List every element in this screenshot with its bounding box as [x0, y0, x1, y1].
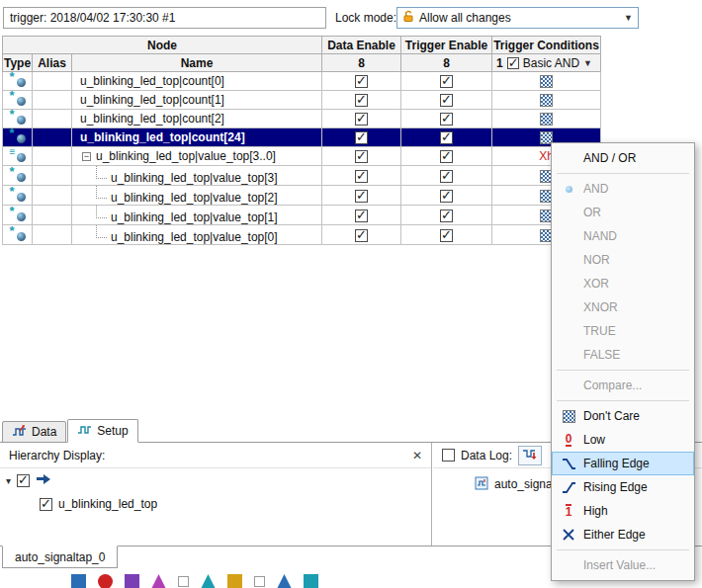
toolbar-icon[interactable] [201, 574, 216, 588]
alias-cell[interactable] [33, 166, 72, 186]
data-enable-cell[interactable] [322, 147, 401, 166]
alias-cell[interactable] [33, 225, 72, 245]
data-enable-checkbox[interactable] [355, 210, 368, 222]
hierarchy-item-checkbox[interactable] [40, 498, 52, 511]
table-row[interactable]: u_blinking_led_top|value_top[2] [3, 186, 601, 206]
toolbar-icon[interactable] [254, 576, 265, 587]
signal-name-cell[interactable]: u_blinking_led_top|value_top[0] [72, 225, 322, 245]
menu-item-rising-edge[interactable]: Rising Edge [552, 475, 694, 499]
menu-item-and[interactable]: AND [552, 177, 694, 201]
trigger-enable-cell[interactable] [401, 128, 492, 147]
menu-item-xnor[interactable]: XNOR [552, 295, 694, 319]
tab-data[interactable]: Data [2, 421, 66, 443]
dropdown-arrow-icon[interactable]: ▼ [583, 58, 592, 68]
tab-auto-signaltap-0[interactable]: auto_signaltap_0 [2, 546, 118, 568]
signal-name-cell[interactable]: u_blinking_led_top|count[1] [72, 91, 322, 110]
data-enable-cell[interactable] [322, 72, 401, 91]
table-row[interactable]: u_blinking_led_top|count[2] [3, 110, 601, 128]
signal-name-cell[interactable]: −u_blinking_led_top|value_top[3..0] [72, 147, 322, 166]
tab-setup[interactable]: Setup [67, 419, 137, 443]
data-enable-cell[interactable] [322, 91, 401, 110]
chevron-down-icon[interactable]: ▾ [6, 475, 11, 486]
signal-name-cell[interactable]: u_blinking_led_top|value_top[3] [72, 166, 322, 186]
toolbar-icon[interactable] [98, 574, 113, 588]
dropdown-arrow-icon[interactable]: ▼ [624, 13, 633, 23]
toolbar-icon[interactable] [227, 574, 242, 588]
signal-name-cell[interactable]: u_blinking_led_top|value_top[1] [72, 206, 322, 225]
data-enable-cell[interactable] [322, 225, 401, 245]
trigger-enable-checkbox[interactable] [440, 131, 453, 144]
trigger-enable-checkbox[interactable] [440, 113, 453, 126]
signal-name-cell[interactable]: u_blinking_led_top|count[0] [72, 72, 322, 91]
trigger-enable-checkbox[interactable] [440, 170, 453, 183]
alias-cell[interactable] [33, 91, 72, 110]
trigger-enable-checkbox[interactable] [440, 94, 453, 107]
trigger-enable-cell[interactable] [401, 166, 492, 186]
table-row[interactable]: u_blinking_led_top|value_top[1] [3, 206, 601, 225]
toolbar-icon[interactable] [304, 574, 318, 588]
menu-item-compare[interactable]: Compare... [552, 374, 694, 397]
menu-item-nor[interactable]: NOR [552, 248, 694, 272]
menu-item-low[interactable]: 0Low [552, 428, 694, 452]
table-row[interactable]: −u_blinking_led_top|value_top[3..0]Xh [3, 147, 601, 166]
trigger-enable-checkbox[interactable] [440, 150, 453, 163]
menu-item-don-t-care[interactable]: Don't Care [552, 404, 694, 428]
data-enable-checkbox[interactable] [355, 190, 368, 203]
trigger-condition-mode[interactable]: Basic AND [523, 56, 579, 70]
hierarchy-root-checkbox[interactable] [17, 474, 30, 487]
data-enable-cell[interactable] [322, 206, 401, 225]
data-enable-checkbox[interactable] [355, 94, 368, 107]
data-enable-checkbox[interactable] [355, 131, 368, 144]
data-enable-cell[interactable] [322, 110, 401, 128]
signal-name-cell[interactable]: u_blinking_led_top|count[2] [72, 110, 322, 128]
trigger-enable-checkbox[interactable] [440, 75, 453, 88]
trigger-enable-checkbox[interactable] [440, 210, 453, 222]
alias-cell[interactable] [33, 206, 72, 225]
trigger-enable-checkbox[interactable] [440, 229, 453, 242]
trigger-condition-cell[interactable] [492, 72, 601, 91]
table-row[interactable]: u_blinking_led_top|count[0] [3, 72, 601, 91]
data-enable-checkbox[interactable] [355, 150, 368, 163]
toolbar-icon[interactable] [125, 574, 139, 588]
alias-cell[interactable] [33, 186, 72, 206]
data-enable-checkbox[interactable] [355, 229, 368, 242]
signal-name-cell[interactable]: u_blinking_led_top|count[24] [72, 128, 322, 147]
data-enable-cell[interactable] [322, 128, 401, 147]
toolbar-icon[interactable] [71, 574, 86, 588]
data-enable-checkbox[interactable] [355, 75, 368, 88]
trigger-enable-cell[interactable] [401, 110, 492, 128]
menu-item-either-edge[interactable]: Either Edge [552, 523, 694, 546]
table-row[interactable]: u_blinking_led_top|count[1] [3, 91, 601, 110]
data-enable-cell[interactable] [322, 166, 401, 186]
toolbar-icon[interactable] [178, 576, 189, 587]
menu-item-high[interactable]: 1High [552, 499, 694, 523]
table-row[interactable]: u_blinking_led_top|value_top[3] [3, 166, 601, 186]
lock-mode-select[interactable]: Allow all changes ▼ [396, 7, 639, 29]
trigger-enable-cell[interactable] [401, 147, 492, 166]
trigger-enable-cell[interactable] [401, 225, 492, 245]
data-log-button[interactable] [518, 446, 542, 465]
toolbar-icon[interactable] [277, 574, 292, 588]
data-enable-checkbox[interactable] [355, 170, 368, 183]
menu-item-xor[interactable]: XOR [552, 272, 694, 295]
close-icon[interactable]: ✕ [412, 449, 422, 462]
alias-cell[interactable] [33, 110, 72, 128]
trigger-enable-checkbox[interactable] [440, 190, 453, 203]
menu-item-and-or[interactable]: AND / OR [552, 146, 694, 170]
data-enable-checkbox[interactable] [355, 113, 368, 126]
alias-cell[interactable] [33, 147, 72, 166]
menu-item-true[interactable]: TRUE [552, 319, 694, 343]
trigger-enable-cell[interactable] [401, 91, 492, 110]
basic-and-checkbox[interactable] [507, 57, 519, 69]
trigger-enable-cell[interactable] [401, 206, 492, 225]
alias-cell[interactable] [33, 128, 72, 147]
menu-item-false[interactable]: FALSE [552, 343, 694, 367]
trigger-enable-cell[interactable] [401, 186, 492, 206]
data-log-checkbox[interactable] [442, 449, 455, 462]
alias-cell[interactable] [33, 72, 72, 91]
menu-item-insert-value[interactable]: Insert Value... [552, 553, 694, 577]
menu-item-nand[interactable]: NAND [552, 224, 694, 248]
collapse-expander-icon[interactable]: − [82, 152, 91, 161]
table-row[interactable]: u_blinking_led_top|count[24] [3, 128, 601, 147]
toolbar-icon[interactable] [151, 574, 166, 588]
